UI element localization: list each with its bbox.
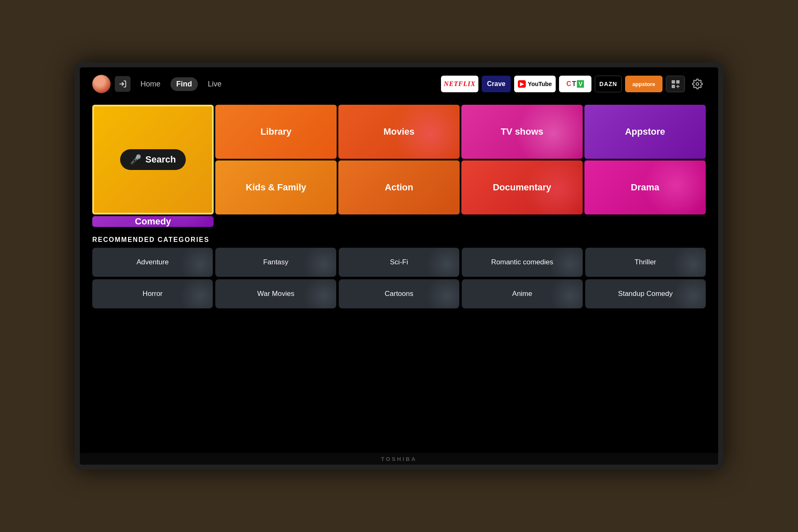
rec-tile-anime[interactable]: Anime	[462, 279, 582, 308]
tv-screen: Home Find Live NETFLIX Crave ▶ YouTube C	[80, 67, 718, 465]
tile-kids-label: Kids & Family	[246, 182, 306, 193]
tile-action[interactable]: Action	[338, 160, 460, 214]
recommended-title: RECOMMENDED CATEGORIES	[92, 236, 706, 244]
youtube-label: YouTube	[528, 81, 552, 87]
tile-appstore[interactable]: Appstore	[584, 105, 706, 159]
tile-drama[interactable]: Drama	[584, 160, 706, 214]
tv-frame: Home Find Live NETFLIX Crave ▶ YouTube C	[75, 62, 723, 470]
search-pill[interactable]: 🎤 Search	[120, 149, 186, 170]
rec-tile-thriller[interactable]: Thriller	[585, 248, 706, 277]
tile-comedy-label: Comedy	[135, 216, 171, 227]
rec-label: Horror	[143, 290, 163, 298]
rec-tile-fantasy[interactable]: Fantasy	[215, 248, 336, 277]
search-label: Search	[145, 154, 176, 165]
tv-bottom-bar: TOSHIBA	[80, 453, 718, 465]
app-grid[interactable]	[666, 76, 685, 92]
nav-bar: Home Find Live NETFLIX Crave ▶ YouTube C	[80, 67, 718, 101]
mic-icon: 🎤	[130, 154, 141, 165]
tile-tvshows[interactable]: TV shows	[461, 105, 583, 159]
recommended-grid: AdventureFantasySci-FiRomantic comediesT…	[92, 248, 706, 308]
ctv-label: C	[566, 80, 571, 88]
tile-documentary-label: Documentary	[493, 182, 552, 193]
app-dazn[interactable]: DAZN	[595, 76, 622, 92]
tile-tvshows-label: TV shows	[501, 126, 544, 137]
rec-label: Romantic comedies	[491, 258, 553, 266]
rec-label: Anime	[512, 290, 532, 298]
rec-label: Thriller	[635, 258, 656, 266]
app-netflix[interactable]: NETFLIX	[441, 76, 478, 92]
svg-point-1	[696, 83, 699, 86]
app-ctv[interactable]: C T V	[559, 76, 591, 92]
tile-comedy[interactable]: Comedy	[92, 216, 214, 227]
tile-documentary[interactable]: Documentary	[461, 160, 583, 214]
tile-library[interactable]: Library	[215, 105, 337, 159]
rec-tile-romantic-comedies[interactable]: Romantic comedies	[462, 248, 582, 277]
tile-library-label: Library	[261, 126, 292, 137]
nav-find[interactable]: Find	[170, 77, 198, 91]
rec-tile-sci-fi[interactable]: Sci-Fi	[339, 248, 459, 277]
tv-brand: TOSHIBA	[381, 456, 417, 462]
rec-tile-horror[interactable]: Horror	[92, 279, 213, 308]
recommended-section: RECOMMENDED CATEGORIES AdventureFantasyS…	[92, 236, 706, 308]
youtube-icon: ▶	[518, 80, 526, 88]
nav-apps: NETFLIX Crave ▶ YouTube C T V	[441, 76, 685, 92]
nav-live[interactable]: Live	[202, 77, 227, 91]
rec-label: Cartoons	[385, 290, 414, 298]
nav-login-icon[interactable]	[115, 76, 131, 92]
rec-tile-standup-comedy[interactable]: Standup Comedy	[585, 279, 706, 308]
app-youtube[interactable]: ▶ YouTube	[514, 76, 556, 92]
tile-kids[interactable]: Kids & Family	[215, 160, 337, 214]
rec-label: Sci-Fi	[390, 258, 408, 266]
rec-tile-war-movies[interactable]: War Movies	[215, 279, 336, 308]
tile-appstore-label: Appstore	[625, 126, 665, 137]
avatar[interactable]	[92, 75, 111, 93]
tile-action-label: Action	[385, 182, 413, 193]
rec-tile-adventure[interactable]: Adventure	[92, 248, 213, 277]
rec-label: Standup Comedy	[618, 290, 672, 298]
main-content: 🎤 Search Library Movies TV shows	[80, 101, 718, 453]
app-appstore-nav[interactable]: appstore	[625, 76, 663, 92]
rec-tile-cartoons[interactable]: Cartoons	[339, 279, 459, 308]
app-crave[interactable]: Crave	[482, 76, 511, 92]
category-grid: 🎤 Search Library Movies TV shows	[92, 105, 706, 227]
tile-movies-label: Movies	[384, 126, 415, 137]
grid-icon	[669, 78, 682, 91]
settings-icon[interactable]	[689, 76, 706, 92]
tile-movies[interactable]: Movies	[338, 105, 460, 159]
rec-label: Fantasy	[263, 258, 288, 266]
tile-search[interactable]: 🎤 Search	[92, 105, 214, 214]
rec-label: Adventure	[136, 258, 169, 266]
tile-drama-label: Drama	[631, 182, 659, 193]
rec-label: War Movies	[257, 290, 294, 298]
nav-home[interactable]: Home	[135, 77, 166, 91]
